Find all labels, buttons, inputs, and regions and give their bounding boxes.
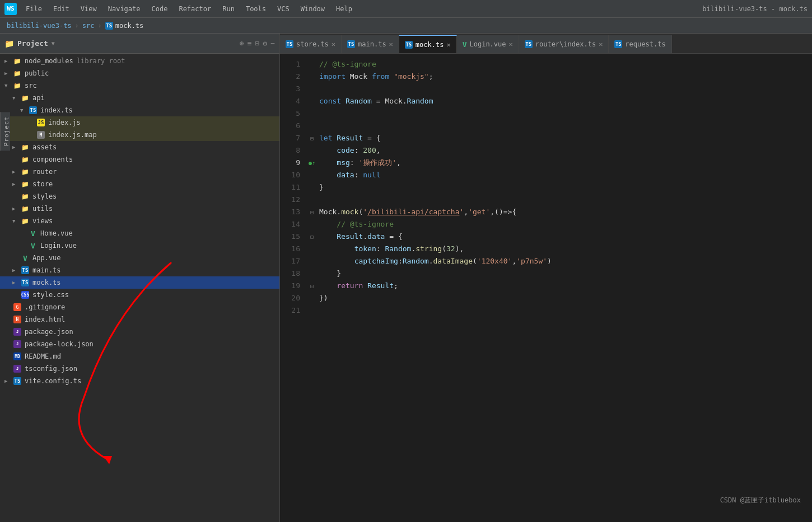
tree-login-vue[interactable]: V Login.vue — [0, 239, 279, 252]
breadcrumb-src[interactable]: src — [82, 22, 95, 30]
vue-icon-login-tab: V — [463, 40, 467, 49]
menu-code[interactable]: Code — [147, 4, 172, 14]
code-line-17: captchaImg : Random . dataImage ( '120x4… — [319, 255, 803, 267]
menu-tools[interactable]: Tools — [241, 4, 270, 14]
arrow-api: ▼ — [12, 95, 20, 101]
watermark: CSDN @蓝匣子itbluebox — [720, 496, 801, 505]
tab-store-ts[interactable]: TS store.ts ✕ — [280, 35, 342, 53]
line-7: 7 — [280, 132, 300, 144]
tab-request-ts[interactable]: TS request.ts — [609, 35, 671, 53]
locate-icon[interactable]: ⊕ — [240, 39, 244, 48]
tree-router[interactable]: ▶ 📁 router — [0, 166, 279, 178]
menu-view[interactable]: View — [76, 4, 101, 14]
login-vue-label: Login.vue — [40, 242, 77, 250]
tree-home-vue[interactable]: V Home.vue — [0, 227, 279, 239]
close-mock-ts[interactable]: ✕ — [446, 41, 450, 49]
close-store-ts[interactable]: ✕ — [332, 40, 335, 48]
gutter-13[interactable]: ⊟ — [307, 206, 317, 218]
tree-api-index-js-map[interactable]: M index.js.map — [0, 129, 279, 141]
code-editor[interactable]: // @ts-ignore import Mock from "mockjs" … — [317, 54, 812, 522]
line-13: 13 — [280, 206, 300, 218]
gutter-2 — [307, 70, 317, 83]
tree-views[interactable]: ▼ 📁 views — [0, 215, 279, 227]
arrow-vite-config: ▶ — [4, 378, 12, 384]
hide-icon[interactable]: − — [270, 39, 275, 48]
menu-run[interactable]: Run — [218, 4, 239, 14]
tree-assets[interactable]: ▶ 📁 assets — [0, 141, 279, 153]
code-prop: code — [337, 144, 354, 157]
settings-icon[interactable]: ⚙ — [263, 39, 267, 48]
code-line-16: token : Random . string ( 32 ), — [319, 243, 803, 255]
text-str: 'p7n5w' — [516, 255, 547, 267]
tree-utils[interactable]: ▶ 📁 utils — [0, 203, 279, 215]
tree-api-index-js[interactable]: JS index.js — [0, 116, 279, 129]
mock-ts-label: mock.ts — [32, 279, 61, 286]
line-14: 14 — [280, 218, 300, 231]
tree-components[interactable]: 📁 components — [0, 153, 279, 166]
menu-window[interactable]: Window — [296, 4, 329, 14]
tree-public[interactable]: ▶ 📁 public — [0, 67, 279, 79]
tab-main-ts[interactable]: TS main.ts ✕ — [342, 35, 399, 53]
code-line-11: } — [319, 181, 803, 194]
tree-mock-ts[interactable]: ▶ TS mock.ts — [0, 276, 279, 289]
tab-router-index-ts[interactable]: TS router\index.ts ✕ — [519, 35, 609, 53]
tree-style-css[interactable]: CSS style.css — [0, 289, 279, 301]
gutter-7[interactable]: ⊟ — [307, 132, 317, 144]
menu-file[interactable]: File — [21, 4, 46, 14]
gutter-19[interactable]: ⊟ — [307, 280, 317, 292]
menu-vcs[interactable]: VCS — [273, 4, 294, 14]
gutter-8 — [307, 144, 317, 157]
tab-mock-ts[interactable]: TS mock.ts ✕ — [399, 35, 457, 53]
menu-refactor[interactable]: Refactor — [174, 4, 216, 14]
menu-navigate[interactable]: Navigate — [104, 4, 145, 14]
vue-icon-app: V — [20, 254, 30, 262]
tree-api-index-ts[interactable]: ▼ TS index.ts — [0, 104, 279, 116]
project-dropdown-arrow[interactable]: ▼ — [52, 40, 55, 46]
tree-main-ts[interactable]: ▶ TS main.ts — [0, 264, 279, 276]
tree-index-html[interactable]: H index.html — [0, 313, 279, 326]
ts-icon-vite-config: TS — [12, 377, 22, 385]
tree-app-vue[interactable]: V App.vue — [0, 252, 279, 264]
folder-icon-utils: 📁 — [20, 205, 30, 213]
menu-edit[interactable]: Edit — [49, 4, 74, 14]
indent-9 — [319, 157, 337, 169]
tree-readme[interactable]: MD README.md — [0, 350, 279, 363]
tree-store[interactable]: ▶ 📁 store — [0, 178, 279, 190]
gutter-15[interactable]: ⊟ — [307, 231, 317, 243]
close-mock-20: }) — [319, 292, 328, 304]
tree-styles[interactable]: 📁 styles — [0, 190, 279, 203]
tree-package-lock-json[interactable]: J package-lock.json — [0, 338, 279, 350]
tab-login-vue[interactable]: V Login.vue ✕ — [457, 35, 519, 53]
menu-help[interactable]: Help — [332, 4, 357, 14]
close-login-vue[interactable]: ✕ — [509, 40, 513, 48]
close-main-ts[interactable]: ✕ — [389, 40, 393, 48]
folder-icon-src: 📁 — [12, 82, 22, 90]
node-modules-label: node_modules — [25, 57, 73, 65]
store-label: store — [32, 180, 53, 188]
arrow-views: ▼ — [12, 218, 20, 224]
folder-icon-node-modules: 📁 — [12, 57, 22, 65]
tree-vite-config[interactable]: ▶ TS vite.config.ts — [0, 375, 279, 387]
breadcrumb-project[interactable]: bilibili-vue3-ts — [7, 22, 72, 30]
collapse-icon[interactable]: ≡ — [248, 39, 252, 48]
mock-path-str: '/bilibili-api/captcha' — [363, 206, 464, 218]
import-space2 — [389, 70, 394, 83]
tree-api[interactable]: ▼ 📁 api — [0, 92, 279, 104]
filter-icon[interactable]: ⊟ — [255, 39, 260, 48]
breadcrumb-sep-2: › — [98, 22, 102, 30]
gutter-20 — [307, 292, 317, 304]
close-router-index-ts[interactable]: ✕ — [599, 40, 603, 48]
json-icon-package: J — [12, 328, 22, 336]
tree-gitignore[interactable]: G .gitignore — [0, 301, 279, 313]
string-func: string — [416, 243, 442, 255]
tree-src[interactable]: ▼ 📁 src — [0, 79, 279, 92]
css-icon-style: CSS — [20, 291, 30, 299]
msg-prop: msg — [337, 157, 349, 169]
line-5: 5 — [280, 107, 300, 120]
node-modules-suffix: library root — [77, 57, 125, 65]
tree-node-modules[interactable]: ▶ 📁 node_modules library root — [0, 55, 279, 67]
tree-tsconfig-json[interactable]: J tsconfig.json — [0, 363, 279, 375]
result-return: Result — [367, 280, 394, 292]
gutter-17 — [307, 255, 317, 267]
tree-package-json[interactable]: J package.json — [0, 326, 279, 338]
